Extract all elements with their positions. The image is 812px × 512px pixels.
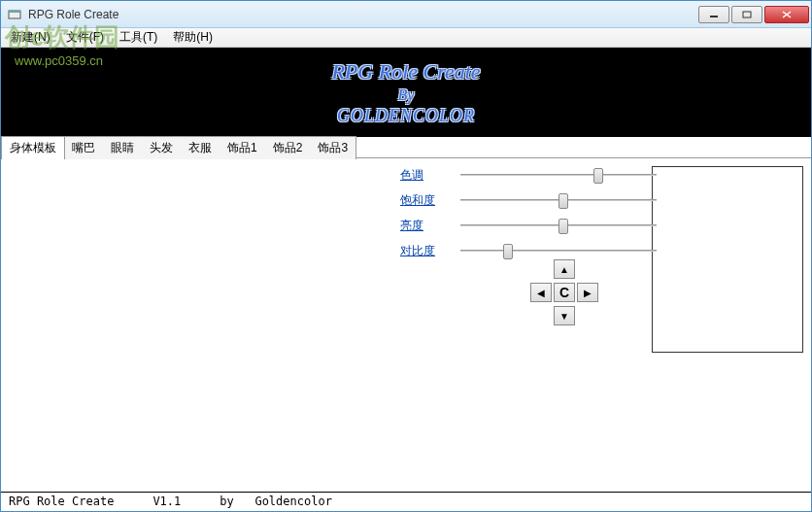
status-by-label: by	[220, 495, 233, 508]
left-panel: 色调 饱和度 亮度	[1, 158, 652, 493]
svg-rect-1	[9, 11, 20, 13]
main-area: 色调 饱和度 亮度	[1, 158, 811, 493]
dpad: ▲ ◀ C ▶ ▼	[521, 259, 608, 331]
hue-label[interactable]: 色调	[400, 167, 445, 184]
window-frame: RPG Role Create 新建(N) 文件(F) 工具(T) 帮助(H) …	[0, 0, 812, 512]
adj-row-contrast: 对比度	[400, 242, 657, 259]
menu-file[interactable]: 文件(F)	[60, 27, 110, 48]
dpad-down-button[interactable]: ▼	[554, 306, 575, 325]
window-title: RPG Role Create	[28, 8, 118, 21]
tabstrip: 身体模板 嘴巴 眼睛 头发 衣服 饰品1 饰品2 饰品3	[1, 137, 811, 158]
saturation-label[interactable]: 饱和度	[400, 192, 445, 209]
dpad-left-button[interactable]: ◀	[530, 283, 552, 302]
banner-by: By	[398, 86, 415, 104]
preview-box	[652, 166, 803, 353]
banner-author: GOLDENCOLOR	[337, 106, 475, 126]
banner: RPG Role Create By GOLDENCOLOR	[1, 48, 811, 137]
tab-hair[interactable]: 头发	[142, 136, 182, 159]
statusbar: RPG Role Create V1.1 by Goldencolor	[1, 492, 811, 511]
tab-clothes[interactable]: 衣服	[181, 136, 220, 159]
status-app: RPG Role Create	[9, 495, 114, 509]
menu-help[interactable]: 帮助(H)	[167, 27, 219, 48]
tab-accessory2[interactable]: 饰品2	[265, 136, 312, 159]
preview-panel	[652, 166, 803, 485]
triangle-down-icon: ▼	[559, 311, 569, 322]
close-button[interactable]	[764, 6, 809, 23]
triangle-up-icon: ▲	[559, 264, 569, 275]
app-icon	[7, 7, 22, 22]
minimize-button[interactable]	[698, 6, 729, 23]
status-author: Goldencolor	[254, 495, 331, 508]
brightness-label[interactable]: 亮度	[400, 218, 445, 234]
menubar: 新建(N) 文件(F) 工具(T) 帮助(H)	[1, 28, 811, 48]
svg-rect-3	[743, 12, 751, 17]
contrast-label[interactable]: 对比度	[400, 243, 445, 259]
menu-new[interactable]: 新建(N)	[5, 27, 56, 48]
contrast-slider[interactable]	[460, 242, 657, 259]
adj-row-saturation: 饱和度	[400, 191, 657, 209]
titlebar: RPG Role Create	[1, 1, 811, 28]
adjustments: 色调 饱和度 亮度	[400, 166, 657, 267]
brightness-slider[interactable]	[460, 217, 657, 234]
window-controls	[698, 6, 809, 23]
adj-row-hue: 色调	[400, 166, 657, 184]
tab-eyes[interactable]: 眼睛	[103, 136, 143, 159]
saturation-slider[interactable]	[460, 191, 657, 209]
hue-slider[interactable]	[460, 166, 657, 184]
tab-mouth[interactable]: 嘴巴	[64, 136, 104, 159]
dpad-center-button[interactable]: C	[554, 283, 575, 302]
menu-tools[interactable]: 工具(T)	[114, 27, 163, 48]
banner-title: RPG Role Create	[331, 59, 480, 85]
triangle-left-icon: ◀	[537, 288, 545, 298]
adj-row-brightness: 亮度	[400, 217, 657, 234]
tab-accessory1[interactable]: 饰品1	[220, 136, 266, 159]
tab-accessory3[interactable]: 饰品3	[310, 136, 356, 159]
tab-body-template[interactable]: 身体模板	[1, 136, 65, 159]
dpad-right-button[interactable]: ▶	[577, 283, 598, 302]
triangle-right-icon: ▶	[584, 288, 592, 298]
status-version: V1.1	[152, 495, 181, 509]
dpad-up-button[interactable]: ▲	[554, 259, 575, 279]
maximize-button[interactable]	[731, 6, 762, 23]
